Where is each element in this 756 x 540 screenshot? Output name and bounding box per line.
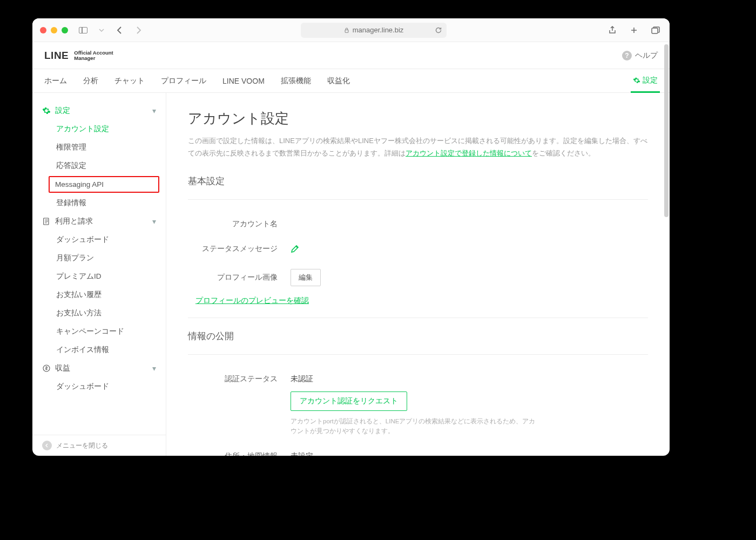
page-description: この画面で設定した情報は、LINEアプリの検索結果やLINEヤフー株式会社のサー… xyxy=(188,134,648,160)
verification-hint: アカウントportが認証されると、LINEアプリの検索結果などに表示されるため、… xyxy=(291,416,539,436)
sidebar-toggle-icon[interactable] xyxy=(77,27,90,33)
section-public-title: 情報の公開 xyxy=(188,330,648,342)
sidebar-group-revenue[interactable]: 収益 ▾ xyxy=(32,359,166,377)
nav-home[interactable]: ホーム xyxy=(44,76,67,86)
page-title: アカウント設定 xyxy=(188,109,648,128)
sidebar-group-settings[interactable]: 設定 ▾ xyxy=(32,102,166,120)
help-link[interactable]: ? ヘルプ xyxy=(622,51,658,60)
gear-icon xyxy=(42,106,51,115)
nav-bar: ホーム 分析 チャット プロフィール LINE VOOM 拡張機能 収益化 設定 xyxy=(32,69,670,93)
sidebar-item-payment-history[interactable]: お支払い履歴 xyxy=(32,286,166,304)
invoice-icon xyxy=(42,217,51,226)
row-profile-image: プロフィール画像 編集 xyxy=(188,261,648,294)
url-text: manager.line.biz xyxy=(353,26,404,34)
chevron-down-icon: ▾ xyxy=(152,217,156,226)
preview-profile-link[interactable]: プロフィールのプレビューを確認 xyxy=(188,294,316,307)
sidebar-item-account-settings[interactable]: アカウント設定 xyxy=(32,120,166,138)
chevron-down-icon: ▾ xyxy=(152,364,156,373)
app-body: 設定 ▾ アカウント設定 権限管理 応答設定 Messaging API 登録情… xyxy=(32,93,670,456)
logo-sub: Official Account Manager xyxy=(74,50,113,61)
close-window-button[interactable] xyxy=(40,27,46,33)
svg-rect-0 xyxy=(345,30,348,32)
share-icon[interactable] xyxy=(606,26,619,35)
sidebar-item-premium-id[interactable]: プレミアムID xyxy=(32,267,166,286)
chevron-down-icon: ▾ xyxy=(152,106,156,115)
maximize-window-button[interactable] xyxy=(62,27,68,33)
browser-toolbar: manager.line.biz xyxy=(32,18,670,42)
nav-extensions[interactable]: 拡張機能 xyxy=(281,76,311,86)
row-account-name: アカウント名 xyxy=(188,212,648,237)
divider xyxy=(188,354,648,355)
lock-icon xyxy=(344,28,349,33)
tabs-overview-icon[interactable] xyxy=(649,26,662,34)
new-tab-icon[interactable] xyxy=(627,26,640,34)
sidebar: 設定 ▾ アカウント設定 権限管理 応答設定 Messaging API 登録情… xyxy=(32,93,166,456)
divider xyxy=(188,199,648,200)
help-icon: ? xyxy=(622,51,632,60)
sidebar-item-dashboard[interactable]: ダッシュボード xyxy=(32,231,166,249)
minimize-window-button[interactable] xyxy=(51,27,57,33)
chevron-left-icon xyxy=(42,441,52,450)
address-bar[interactable]: manager.line.biz xyxy=(301,23,446,38)
nav-analytics[interactable]: 分析 xyxy=(83,76,98,86)
row-status-message: ステータスメッセージ xyxy=(188,237,648,261)
nav-chat[interactable]: チャット xyxy=(114,76,145,86)
gear-icon xyxy=(633,77,640,84)
nav-monetize[interactable]: 収益化 xyxy=(327,76,350,86)
sidebar-item-revenue-dashboard[interactable]: ダッシュボード xyxy=(32,377,166,396)
edit-profile-image-button[interactable]: 編集 xyxy=(291,269,321,286)
nav-profile[interactable]: プロフィール xyxy=(161,76,206,86)
nav-linevoom[interactable]: LINE VOOM xyxy=(222,77,265,85)
sidebar-item-campaign-code[interactable]: キャンペーンコード xyxy=(32,322,166,341)
sidebar-collapse[interactable]: メニューを閉じる xyxy=(32,435,166,456)
back-button[interactable] xyxy=(113,26,126,34)
sidebar-group-billing[interactable]: 利用と請求 ▾ xyxy=(32,212,166,231)
help-label: ヘルプ xyxy=(635,51,658,60)
sidebar-item-permissions[interactable]: 権限管理 xyxy=(32,138,166,157)
scrollbar[interactable] xyxy=(664,44,669,217)
sidebar-item-payment-method[interactable]: お支払い方法 xyxy=(32,304,166,322)
logo-main: LINE xyxy=(44,50,69,62)
traffic-lights xyxy=(40,27,68,33)
main-content: アカウント設定 この画面で設定した情報は、LINEアプリの検索結果やLINEヤフ… xyxy=(166,93,670,456)
section-basic-title: 基本設定 xyxy=(188,175,648,187)
refresh-icon[interactable] xyxy=(435,26,442,34)
divider xyxy=(188,318,648,318)
app-header: LINE Official Account Manager ? ヘルプ xyxy=(32,42,670,69)
forward-button[interactable] xyxy=(132,26,145,34)
sidebar-item-registration[interactable]: 登録情報 xyxy=(32,194,166,212)
address-map-value: 未設定 xyxy=(291,451,313,456)
request-verification-button[interactable]: アカウント認証をリクエスト xyxy=(291,392,407,411)
desc-link[interactable]: アカウント設定で登録した情報について xyxy=(406,149,532,157)
sidebar-item-invoice-info[interactable]: インボイス情報 xyxy=(32,341,166,359)
pencil-icon[interactable] xyxy=(291,245,299,253)
row-verification-status: 認証ステータス 未認証 アカウント認証をリクエスト アカウントportが認証され… xyxy=(188,367,648,444)
row-address-map: 住所・地図情報 未設定 xyxy=(188,444,648,456)
sidebar-item-response[interactable]: 応答設定 xyxy=(32,157,166,175)
nav-settings[interactable]: 設定 xyxy=(633,76,658,86)
sidebar-item-monthly-plan[interactable]: 月額プラン xyxy=(32,249,166,267)
verification-status-value: 未認証 xyxy=(291,374,539,384)
browser-window: manager.line.biz LINE Official Account M… xyxy=(32,18,670,456)
dollar-icon xyxy=(42,364,51,373)
sidebar-item-messaging-api[interactable]: Messaging API xyxy=(49,176,159,193)
svg-rect-1 xyxy=(652,28,658,33)
chevron-down-icon[interactable] xyxy=(95,28,108,33)
